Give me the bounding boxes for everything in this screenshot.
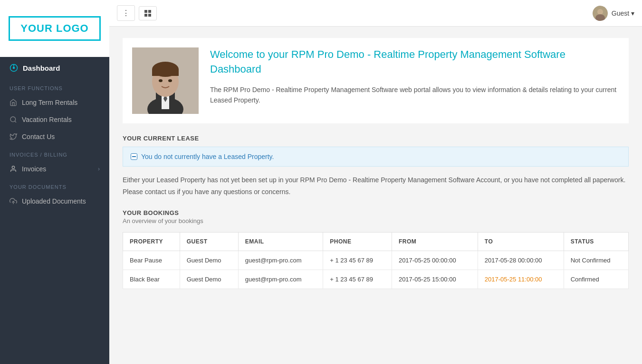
cell-email: guest@rpm-pro.com — [238, 251, 323, 270]
svg-point-23 — [159, 79, 163, 82]
sidebar-item-contact-us[interactable]: Contact Us — [0, 128, 109, 145]
col-phone: PHONE — [323, 233, 392, 251]
topbar-left: ⋮ — [117, 5, 157, 21]
section-label-user-functions: USER FUNCTIONS — [0, 79, 109, 94]
sidebar-item-dashboard[interactable]: Dashboard — [0, 57, 109, 79]
col-email: EMAIL — [238, 233, 323, 251]
bookings-header: YOUR BOOKINGS An overview of your bookin… — [123, 209, 629, 224]
svg-rect-9 — [144, 14, 147, 17]
dashboard-icon — [10, 64, 18, 72]
section-label-your-documents: YOUR DOCUMENTS — [0, 177, 109, 193]
avatar-image — [593, 6, 608, 21]
cell-status: Confirmed — [564, 270, 628, 289]
topbar: ⋮ Guest ▾ — [109, 0, 642, 27]
cell-guest: Guest Demo — [180, 270, 238, 289]
svg-rect-22 — [152, 69, 179, 76]
logo: YouR LogO — [9, 16, 100, 41]
cell-to: 2017-05-28 00:00:00 — [478, 251, 564, 270]
svg-point-12 — [597, 9, 603, 15]
lease-info-line1: Either your Leased Property has not yet … — [123, 176, 625, 184]
cell-property: Bear Pause — [123, 251, 180, 270]
home-icon — [10, 99, 17, 106]
welcome-body: The RPM Pro Demo - Realtime Property Man… — [210, 84, 619, 106]
avatar — [593, 6, 608, 21]
topbar-right: Guest ▾ — [593, 6, 634, 21]
svg-rect-7 — [144, 10, 147, 13]
lease-section-title: YOUR CURRENT LEASE — [123, 135, 629, 142]
invoices-label: Invoices — [22, 165, 46, 173]
cloud-icon — [10, 197, 17, 205]
search-icon — [10, 116, 17, 123]
cell-status: Not Confirmed — [564, 251, 628, 270]
lease-info: Either your Leased Property has not yet … — [123, 174, 629, 198]
lease-alert-text: You do not currently have a Leased Prope… — [141, 153, 274, 160]
grid-button[interactable] — [139, 6, 157, 20]
svg-point-24 — [168, 79, 172, 82]
bookings-table-header: PROPERTY GUEST EMAIL PHONE FROM TO STATU… — [123, 233, 629, 251]
lease-info-line2: Please contact us if you have any questi… — [123, 188, 290, 196]
svg-rect-10 — [148, 14, 151, 17]
person-icon — [10, 165, 17, 173]
uploaded-documents-label: Uploaded Documents — [22, 197, 86, 205]
welcome-text: Welcome to your RPM Pro Demo - Realtime … — [210, 47, 619, 114]
welcome-section: Welcome to your RPM Pro Demo - Realtime … — [123, 38, 629, 123]
cell-guest: Guest Demo — [180, 251, 238, 270]
table-row: Bear Pause Guest Demo guest@rpm-pro.com … — [123, 251, 629, 270]
col-from: FROM — [392, 233, 478, 251]
lease-section: YOUR CURRENT LEASE You do not currently … — [123, 135, 629, 198]
guest-button[interactable]: Guest ▾ — [612, 9, 634, 17]
person-photo — [132, 47, 199, 114]
svg-line-4 — [15, 121, 16, 122]
header-row: PROPERTY GUEST EMAIL PHONE FROM TO STATU… — [123, 233, 629, 251]
vacation-rentals-label: Vacation Rentals — [22, 116, 72, 123]
cell-property: Black Bear — [123, 270, 180, 289]
bookings-subtitle: An overview of your bookings — [123, 217, 629, 224]
sidebar-item-vacation-rentals[interactable]: Vacation Rentals — [0, 111, 109, 128]
bookings-section-title: YOUR BOOKINGS — [123, 209, 629, 216]
cell-phone: + 1 23 45 67 89 — [323, 251, 392, 270]
bookings-table-body: Bear Pause Guest Demo guest@rpm-pro.com … — [123, 251, 629, 289]
cell-from: 2017-05-25 15:00:00 — [392, 270, 478, 289]
col-status: STATUS — [564, 233, 628, 251]
section-label-invoices-billing: INVOICES / BILLING — [0, 145, 109, 160]
long-term-rentals-label: Long Term Rentals — [22, 99, 77, 106]
svg-point-1 — [13, 67, 15, 69]
cell-email: guest@rpm-pro.com — [238, 270, 323, 289]
content-area: Welcome to your RPM Pro Demo - Realtime … — [109, 27, 642, 364]
lease-alert: You do not currently have a Leased Prope… — [123, 147, 629, 167]
col-property: PROPERTY — [123, 233, 180, 251]
welcome-heading: Welcome to your RPM Pro Demo - Realtime … — [210, 47, 619, 77]
sidebar: YouR LogO Dashboard USER FUNCTIONS Long … — [0, 0, 109, 364]
bookings-table: PROPERTY GUEST EMAIL PHONE FROM TO STATU… — [123, 232, 629, 289]
chevron-right-icon: › — [98, 166, 100, 172]
invoices-left: Invoices — [10, 165, 46, 173]
svg-point-3 — [10, 117, 16, 122]
col-guest: GUEST — [180, 233, 238, 251]
main-content: ⋮ Guest ▾ — [109, 0, 642, 364]
sidebar-item-uploaded-documents[interactable]: Uploaded Documents — [0, 193, 109, 210]
table-row: Black Bear Guest Demo guest@rpm-pro.com … — [123, 270, 629, 289]
minus-box-icon — [131, 153, 137, 160]
svg-point-5 — [12, 166, 14, 168]
cell-phone: + 1 23 45 67 89 — [323, 270, 392, 289]
col-to: TO — [478, 233, 564, 251]
svg-rect-8 — [148, 10, 151, 13]
twitter-icon — [10, 133, 17, 140]
grid-icon — [144, 9, 152, 17]
sidebar-item-invoices[interactable]: Invoices › — [0, 160, 109, 177]
cell-to: 2017-05-25 11:00:00 — [478, 270, 564, 289]
welcome-photo — [132, 47, 199, 114]
cell-from: 2017-05-25 00:00:00 — [392, 251, 478, 270]
logo-area: YouR LogO — [0, 0, 109, 57]
contact-us-label: Contact Us — [22, 133, 55, 140]
sidebar-item-long-term-rentals[interactable]: Long Term Rentals — [0, 94, 109, 111]
menu-button[interactable]: ⋮ — [117, 5, 135, 21]
dashboard-label: Dashboard — [23, 64, 60, 72]
